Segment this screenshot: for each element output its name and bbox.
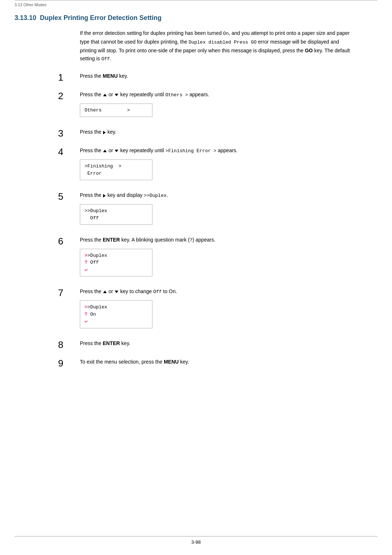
steps-container: 1 Press the MENU key. 2 Press the or key… bbox=[80, 72, 356, 369]
step-text-3: Press the key. bbox=[80, 128, 356, 136]
step-3: 3 Press the key. bbox=[80, 128, 356, 139]
step-number-8: 8 bbox=[58, 339, 76, 351]
step-content-5: Press the key and display >>Duplex. >>Du… bbox=[80, 191, 356, 225]
page-footer: 3-98 bbox=[0, 536, 392, 548]
section-heading: Duplex Printing Error Detection Setting bbox=[40, 14, 162, 21]
blink-bottom-6: ↵ bbox=[85, 267, 87, 272]
step-text-5: Press the key and display >>Duplex. bbox=[80, 191, 356, 200]
step-content-8: Press the ENTER key. bbox=[80, 339, 356, 350]
step-content-7: Press the or key to change Off to On. >>… bbox=[80, 287, 356, 328]
step-content-2: Press the or key repeatedly until Others… bbox=[80, 90, 356, 117]
step-1: 1 Press the MENU key. bbox=[80, 72, 356, 83]
step-text-1: Press the MENU key. bbox=[80, 72, 356, 80]
step-number-6: 6 bbox=[58, 236, 76, 247]
triangle-up-icon bbox=[103, 94, 107, 96]
step-text-2: Press the or key repeatedly until Others… bbox=[80, 90, 356, 99]
top-rule bbox=[15, 0, 377, 3]
step-text-7: Press the or key to change Off to On. bbox=[80, 287, 356, 296]
display-box-7: >>Duplex ? On ↵ bbox=[80, 300, 152, 328]
blink-question-6: ? bbox=[85, 260, 87, 265]
step-8: 8 Press the ENTER key. bbox=[80, 339, 356, 351]
triangle-right-icon-5 bbox=[103, 194, 106, 198]
step-content-9: To exit the menu selection, press the ME… bbox=[80, 358, 356, 369]
triangle-down-icon-4 bbox=[115, 150, 118, 152]
step-number-9: 9 bbox=[58, 358, 76, 369]
blink-bottom-7: ↵ bbox=[85, 319, 87, 324]
step-7: 7 Press the or key to change Off to On. … bbox=[80, 287, 356, 328]
step-content-1: Press the MENU key. bbox=[80, 72, 356, 83]
page-container: 3.13 Other Modes 3.13.10 Duplex Printing… bbox=[0, 0, 392, 555]
section-title: 3.13.10 Duplex Printing Error Detection … bbox=[15, 14, 377, 22]
step-number-7: 7 bbox=[58, 287, 76, 299]
step-6: 6 Press the ENTER key. A blinking questi… bbox=[80, 236, 356, 276]
footer-area: 3-98 bbox=[0, 525, 392, 548]
section-number: 3.13.10 bbox=[15, 14, 36, 21]
blink-cursor-6: > bbox=[85, 253, 87, 258]
step-2: 2 Press the or key repeatedly until Othe… bbox=[80, 90, 356, 117]
breadcrumb: 3.13 Other Modes bbox=[15, 3, 377, 11]
display-box-4: >Finishing > Error bbox=[80, 159, 152, 180]
triangle-down-icon-7 bbox=[115, 291, 118, 293]
step-number-4: 4 bbox=[58, 146, 76, 158]
step-4: 4 Press the or key repeatedly until >Fin… bbox=[80, 146, 356, 180]
display-box-6: >>Duplex ? Off ↵ bbox=[80, 249, 152, 277]
triangle-up-icon-4 bbox=[103, 150, 107, 152]
blink-question-7: ? bbox=[85, 312, 87, 317]
content-area: 3.13.10 Duplex Printing Error Detection … bbox=[15, 11, 377, 369]
step-5: 5 Press the key and display >>Duplex. >>… bbox=[80, 191, 356, 225]
step-9: 9 To exit the menu selection, press the … bbox=[80, 358, 356, 369]
triangle-down-icon bbox=[115, 94, 118, 96]
step-content-3: Press the key. bbox=[80, 128, 356, 139]
step-text-8: Press the ENTER key. bbox=[80, 339, 356, 347]
step-content-6: Press the ENTER key. A blinking question… bbox=[80, 236, 356, 276]
step-number-1: 1 bbox=[58, 72, 76, 83]
triangle-right-icon-3 bbox=[103, 131, 106, 134]
display-box-5: >>Duplex Off bbox=[80, 204, 152, 225]
step-number-2: 2 bbox=[58, 90, 76, 102]
step-text-9: To exit the menu selection, press the ME… bbox=[80, 358, 356, 366]
step-text-4: Press the or key repeatedly until >Finis… bbox=[80, 146, 356, 155]
blink-cursor-7: > bbox=[85, 304, 87, 310]
step-content-4: Press the or key repeatedly until >Finis… bbox=[80, 146, 356, 180]
step-text-6: Press the ENTER key. A blinking question… bbox=[80, 236, 356, 244]
step-number-5: 5 bbox=[58, 191, 76, 202]
triangle-up-icon-7 bbox=[103, 291, 107, 293]
step-number-3: 3 bbox=[58, 128, 76, 139]
page-number: 3-98 bbox=[191, 539, 201, 545]
intro-text: If the error detection setting for duple… bbox=[80, 29, 356, 63]
display-box-2: Others > bbox=[80, 104, 152, 117]
